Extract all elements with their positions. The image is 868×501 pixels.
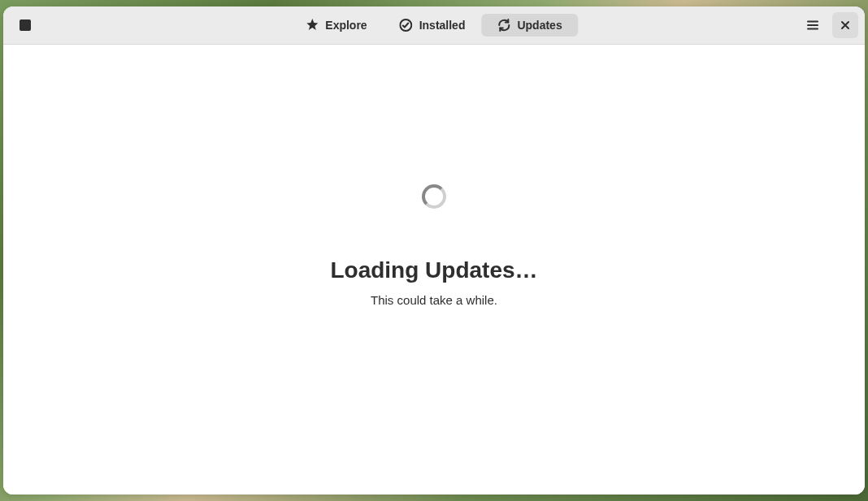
tab-installed[interactable]: Installed [384, 14, 482, 37]
installed-icon [400, 19, 413, 32]
svg-rect-1 [807, 21, 818, 23]
headerbar-right [800, 12, 858, 38]
tab-updates-label: Updates [517, 19, 562, 32]
tab-explore[interactable]: Explore [289, 14, 383, 37]
menu-button[interactable] [800, 12, 826, 38]
svg-rect-3 [807, 28, 818, 30]
tab-installed-label: Installed [419, 19, 466, 32]
loading-title: Loading Updates… [330, 257, 537, 283]
software-window: Explore Installed Upda [3, 6, 865, 495]
content-area: Loading Updates… This could take a while… [3, 45, 865, 495]
loading-spinner [422, 184, 446, 209]
tab-updates[interactable]: Updates [481, 14, 578, 37]
svg-rect-2 [807, 24, 818, 26]
close-icon [840, 19, 851, 31]
headerbar: Explore Installed Upda [3, 6, 865, 45]
explore-icon [306, 19, 319, 32]
header-loading-indicator [20, 19, 31, 31]
close-button[interactable] [832, 12, 858, 38]
view-switcher: Explore Installed Upda [289, 14, 578, 37]
hamburger-icon [806, 19, 819, 32]
headerbar-left [10, 19, 107, 31]
loading-subtitle: This could take a while. [371, 293, 497, 307]
tab-explore-label: Explore [325, 19, 367, 32]
updates-icon [497, 19, 510, 32]
